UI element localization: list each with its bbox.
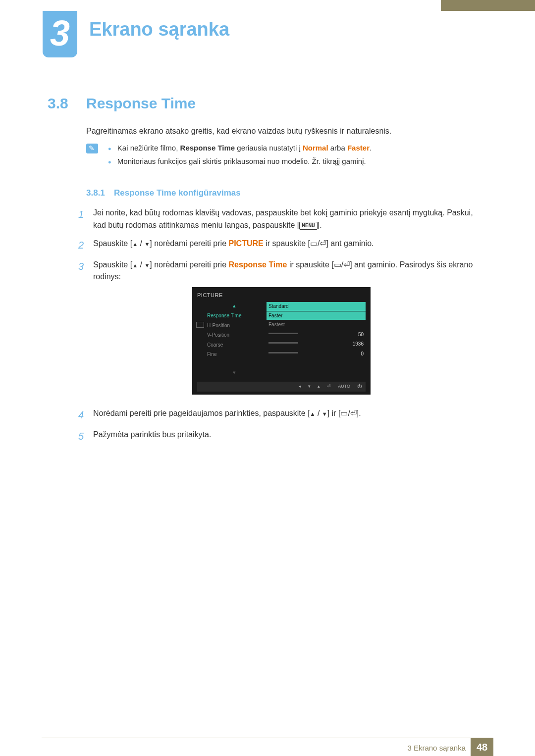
section-intro: Pagreitinamas ekrano atsako greitis, kad…: [86, 127, 391, 136]
osd-value-row: 0: [267, 349, 366, 359]
step-text: ] ant gaminio.: [326, 239, 374, 248]
step-number: 2: [78, 238, 93, 253]
step-text: Jei norite, kad būtų rodomas klavišų vad…: [93, 208, 473, 229]
step-item: 1 Jei norite, kad būtų rodomas klavišų v…: [78, 207, 484, 232]
step-body: Spauskite [▲ / ▼] norėdami pereiti prie …: [93, 238, 484, 253]
chapter-title: Ekrano sąranka: [89, 19, 229, 40]
osd-menu-right: Standard Faster Fastest 50 1936 0: [262, 302, 366, 377]
note-text: arba: [328, 144, 347, 152]
section-title: Response Time: [86, 95, 196, 112]
steps-list: 1 Jei norite, kad būtų rodomas klavišų v…: [78, 207, 484, 450]
note-text: Kai nežiūrite filmo,: [117, 144, 180, 152]
section-number: 3.8: [48, 95, 68, 112]
step-text: ] norėdami pereiti prie: [150, 260, 228, 269]
step-text: ] ir [: [327, 409, 341, 417]
step-text: ir spauskite [: [264, 239, 310, 248]
osd-value-row: 50: [267, 330, 366, 340]
up-arrow-icon: ▴: [207, 302, 262, 310]
osd-title: PICTURE: [197, 291, 366, 300]
step-number: 4: [78, 407, 93, 423]
osd-value: 0: [361, 350, 364, 358]
step-highlight: Response Time: [228, 260, 287, 269]
osd-option: Standard: [267, 302, 366, 311]
osd-value: 50: [358, 331, 364, 339]
page-number: 48: [471, 738, 493, 756]
step-number: 1: [78, 207, 93, 232]
step-body: Norėdami pereiti prie pageidaujamos pari…: [93, 407, 484, 423]
step-text: ] norėdami pereiti prie: [150, 239, 228, 248]
osd-value-row: 1936: [267, 339, 366, 349]
down-arrow-icon: ▾: [207, 368, 262, 377]
step-item: 4 Norėdami pereiti prie pageidaujamos pa…: [78, 407, 484, 423]
osd-footer: ◂ ▾ ▴ ⏎ AUTO ⏻: [197, 382, 366, 392]
note-highlight: Normal: [303, 144, 328, 152]
step-text: Norėdami pereiti prie pageidaujamos pari…: [93, 409, 310, 417]
menu-button-glyph: MENU: [299, 222, 318, 230]
bullet-icon: ●: [108, 159, 111, 165]
note-item: ● Kai nežiūrite filmo, Response Time ger…: [108, 144, 484, 152]
step-item: 2 Spauskite [▲ / ▼] norėdami pereiti pri…: [78, 238, 484, 253]
up-icon: ▲: [132, 262, 138, 268]
note-highlight: Faster: [347, 144, 370, 152]
header-accent-bar: [441, 0, 535, 11]
osd-nav-icon: ◂: [299, 383, 301, 390]
subsection-number: 3.8.1: [86, 188, 105, 198]
osd-menu-item: Coarse: [207, 341, 262, 349]
power-icon: ⏻: [357, 383, 362, 390]
step-text: ].: [357, 409, 361, 417]
note-list: ● Kai nežiūrite filmo, Response Time ger…: [108, 144, 484, 170]
footer-text: 3 Ekrano sąranka: [407, 744, 466, 752]
select-enter-icon: ▭/⏎: [340, 409, 356, 417]
note-text: .: [370, 144, 372, 152]
note-item: ● Monitoriaus funkcijos gali skirtis pri…: [108, 157, 484, 165]
page-footer: 3 Ekrano sąranka 48: [0, 738, 535, 756]
osd-nav-icon: ⏎: [327, 383, 331, 390]
step-body: Pažymėta parinktis bus pritaikyta.: [93, 429, 484, 444]
note-bold: Response Time: [180, 144, 235, 152]
down-icon: ▼: [322, 411, 327, 417]
osd-nav-icon: ▴: [318, 383, 320, 390]
subsection-title: Response Time konfigūravimas: [114, 188, 241, 198]
down-icon: ▼: [144, 241, 150, 247]
osd-menu-item: V-Position: [207, 331, 262, 339]
osd-menu-item: H-Position: [207, 322, 262, 330]
monitor-icon: [196, 322, 204, 328]
up-icon: ▲: [310, 411, 316, 417]
step-item: 5 Pažymėta parinktis bus pritaikyta.: [78, 429, 484, 444]
step-text: Spauskite [: [93, 260, 132, 269]
step-text: Spauskite [: [93, 239, 132, 248]
bullet-icon: ●: [108, 146, 111, 151]
osd-menu-item: Fine: [207, 351, 262, 358]
down-icon: ▼: [144, 262, 150, 268]
select-enter-icon: ▭/⏎: [310, 239, 326, 248]
osd-option: Fastest: [267, 320, 366, 329]
osd-menu-item: Response Time: [207, 312, 262, 320]
chapter-number-tab: 3: [43, 11, 77, 57]
osd-nav-icon: ▾: [308, 383, 311, 390]
osd-menu-left: ▴ Response Time H-Position V-Position Co…: [197, 302, 262, 377]
step-number: 5: [78, 429, 93, 444]
note-icon: [86, 144, 98, 153]
up-icon: ▲: [132, 241, 138, 247]
step-body: Spauskite [▲ / ▼] norėdami pereiti prie …: [93, 259, 484, 402]
note-text: geriausia nustatyti į: [235, 144, 303, 152]
step-item: 3 Spauskite [▲ / ▼] norėdami pereiti pri…: [78, 259, 484, 402]
step-text: ir spauskite [: [287, 260, 333, 269]
osd-value: 1936: [353, 340, 364, 348]
osd-screenshot: PICTURE ▴ Response Time H-Position V-Pos…: [192, 287, 371, 395]
step-body: Jei norite, kad būtų rodomas klavišų vad…: [93, 207, 484, 232]
note-text: Monitoriaus funkcijos gali skirtis prikl…: [117, 157, 366, 165]
select-enter-icon: ▭/⏎: [334, 260, 350, 269]
osd-option-selected: Faster: [267, 311, 366, 320]
step-text: ].: [318, 221, 322, 229]
step-highlight: PICTURE: [228, 239, 263, 248]
osd-auto-label: AUTO: [338, 383, 350, 390]
step-number: 3: [78, 259, 93, 402]
